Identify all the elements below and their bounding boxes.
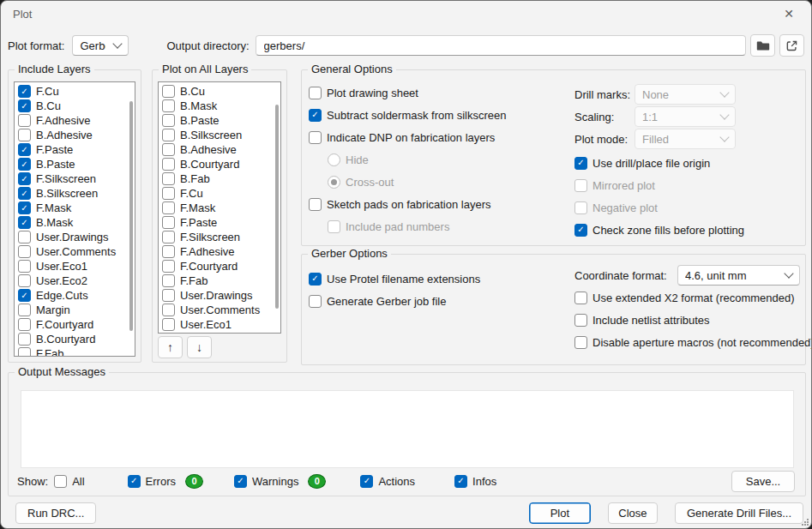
checkbox-f-silkscreen[interactable]: F.Silkscreen: [159, 230, 280, 244]
checkbox-indicator[interactable]: [162, 304, 175, 316]
plot-all-layers-scrollbar[interactable]: [275, 105, 279, 309]
checkbox-indicator[interactable]: ✓: [18, 143, 31, 156]
checkbox-indicator[interactable]: [162, 289, 175, 302]
generate-drill-files-button[interactable]: Generate Drill Files...: [675, 502, 803, 524]
checkbox-f-paste[interactable]: ✓F.Paste: [15, 142, 135, 157]
checkbox-indicator[interactable]: [18, 245, 31, 258]
checkbox-errors[interactable]: ✓Errors0: [128, 474, 203, 489]
checkbox-include-netlist-attributes[interactable]: Include netlist attributes: [574, 312, 804, 328]
checkbox-indicator[interactable]: ✓: [360, 475, 373, 488]
checkbox-indicator[interactable]: [574, 292, 587, 304]
checkbox-indicator[interactable]: ✓: [18, 158, 31, 171]
output-directory-input[interactable]: [256, 35, 746, 56]
checkbox-actions[interactable]: ✓Actions: [360, 475, 415, 488]
checkbox-indicator[interactable]: ✓: [18, 201, 31, 214]
checkbox-indicator[interactable]: ✓: [18, 289, 31, 302]
checkbox-indicator[interactable]: [309, 295, 322, 308]
checkbox-indicator[interactable]: [162, 143, 175, 156]
checkbox-indicator[interactable]: [162, 114, 175, 127]
checkbox-disable-aperture-macros-not-recommended[interactable]: Disable aperture macros (not recommended…: [574, 334, 804, 350]
checkbox-b-courtyard[interactable]: B.Courtyard: [159, 157, 280, 171]
checkbox-indicator[interactable]: ✓: [18, 85, 31, 98]
checkbox-indicator[interactable]: [162, 216, 175, 229]
checkbox-f-mask[interactable]: F.Mask: [159, 201, 280, 215]
checkbox-indicator[interactable]: ✓: [454, 475, 467, 488]
checkbox-indicator[interactable]: [18, 231, 31, 243]
checkbox-indicator[interactable]: ✓: [574, 224, 587, 237]
checkbox-indicator[interactable]: [309, 131, 322, 144]
close-icon[interactable]: ✕: [779, 5, 799, 22]
checkbox-b-mask[interactable]: ✓B.Mask: [15, 215, 135, 230]
checkbox-indicator[interactable]: [162, 260, 175, 273]
checkbox-indicator[interactable]: [18, 274, 31, 287]
checkbox-f-adhesive[interactable]: F.Adhesive: [159, 244, 280, 259]
checkbox-indicator[interactable]: ✓: [128, 475, 141, 488]
open-directory-button[interactable]: [779, 34, 804, 57]
checkbox-indicator[interactable]: [18, 333, 31, 346]
checkbox-indicator[interactable]: [162, 129, 175, 141]
run-drc-button[interactable]: Run DRC...: [15, 502, 96, 524]
checkbox-indicator[interactable]: [574, 336, 587, 349]
checkbox-indicator[interactable]: [309, 198, 322, 211]
close-button[interactable]: Close: [608, 502, 658, 524]
checkbox-user-drawings[interactable]: User.Drawings: [159, 288, 280, 303]
checkbox-f-mask[interactable]: ✓F.Mask: [15, 201, 135, 215]
checkbox-b-paste[interactable]: B.Paste: [159, 113, 280, 128]
checkbox-indicator[interactable]: [162, 201, 175, 214]
checkbox-indicator[interactable]: [162, 187, 175, 200]
checkbox-user-eco1[interactable]: User.Eco1: [159, 317, 280, 332]
checkbox-indicator[interactable]: [18, 304, 31, 316]
checkbox-all[interactable]: All: [54, 475, 84, 488]
checkbox-indicator[interactable]: [162, 172, 175, 185]
checkbox-indicator[interactable]: [18, 129, 31, 141]
checkbox-use-protel-filename-extensions[interactable]: ✓Use Protel filename extensions: [309, 271, 480, 286]
checkbox-indicator[interactable]: ✓: [309, 109, 322, 122]
checkbox-indicator[interactable]: [162, 245, 175, 258]
checkbox-b-silkscreen[interactable]: B.Silkscreen: [159, 128, 280, 142]
checkbox-indicator[interactable]: ✓: [18, 216, 31, 229]
checkbox-indicator[interactable]: [574, 314, 587, 327]
resize-grip[interactable]: [802, 519, 809, 526]
checkbox-indicator[interactable]: ✓: [18, 172, 31, 185]
output-messages-area[interactable]: [21, 390, 794, 468]
checkbox-user-eco1[interactable]: User.Eco1: [15, 259, 135, 274]
browse-directory-button[interactable]: [750, 34, 775, 57]
checkbox-generate-gerber-job-file[interactable]: Generate Gerber job file: [309, 293, 480, 309]
checkbox-indicator[interactable]: ✓: [309, 273, 322, 286]
checkbox-f-silkscreen[interactable]: ✓F.Silkscreen: [15, 171, 135, 186]
checkbox-indicator[interactable]: [162, 318, 175, 331]
checkbox-user-drawings[interactable]: User.Drawings: [15, 230, 135, 244]
checkbox-b-courtyard[interactable]: B.Courtyard: [15, 332, 135, 346]
checkbox-indicator[interactable]: [18, 347, 31, 357]
checkbox-indicator[interactable]: [162, 99, 175, 112]
checkbox-indicator[interactable]: ✓: [18, 99, 31, 112]
checkbox-f-fab[interactable]: F.Fab: [159, 274, 280, 288]
checkbox-indicator[interactable]: [54, 475, 67, 488]
checkbox-user-eco2[interactable]: User.Eco2: [15, 274, 135, 288]
checkbox-f-cu[interactable]: ✓F.Cu: [15, 84, 135, 99]
checkbox-warnings[interactable]: ✓Warnings0: [234, 474, 326, 489]
checkbox-margin[interactable]: Margin: [15, 303, 135, 317]
checkbox-f-cu[interactable]: F.Cu: [159, 186, 280, 201]
checkbox-sketch-pads-on-fabrication-layers[interactable]: Sketch pads on fabrication layers: [309, 196, 507, 212]
checkbox-f-fab[interactable]: F.Fab: [15, 346, 135, 357]
include-layers-list[interactable]: ✓F.Cu✓B.CuF.AdhesiveB.Adhesive✓F.Paste✓B…: [14, 81, 135, 357]
checkbox-b-silkscreen[interactable]: ✓B.Silkscreen: [15, 186, 135, 201]
checkbox-b-mask[interactable]: B.Mask: [159, 99, 280, 113]
checkbox-indicator[interactable]: ✓: [574, 157, 587, 170]
checkbox-indicator[interactable]: [309, 87, 322, 99]
move-layer-up-button[interactable]: ↑: [158, 336, 183, 358]
checkbox-check-zone-fills-before-plotting[interactable]: ✓Check zone fills before plotting: [574, 222, 801, 237]
checkbox-indicator[interactable]: [18, 114, 31, 127]
checkbox-b-adhesive[interactable]: B.Adhesive: [15, 128, 135, 142]
checkbox-infos[interactable]: ✓Infos: [454, 475, 496, 488]
checkbox-user-comments[interactable]: User.Comments: [159, 303, 280, 317]
checkbox-edge-cuts[interactable]: ✓Edge.Cuts: [15, 288, 135, 303]
checkbox-subtract-soldermask-from-silkscreen[interactable]: ✓Subtract soldermask from silkscreen: [309, 107, 507, 123]
checkbox-b-cu[interactable]: ✓B.Cu: [15, 99, 135, 113]
checkbox-indicate-dnp-on-fabrication-layers[interactable]: Indicate DNP on fabrication layers: [309, 129, 507, 145]
checkbox-user-comments[interactable]: User.Comments: [15, 244, 135, 259]
include-layers-scrollbar[interactable]: [129, 101, 133, 331]
checkbox-f-paste[interactable]: F.Paste: [159, 215, 280, 230]
checkbox-f-courtyard[interactable]: F.Courtyard: [159, 259, 280, 274]
